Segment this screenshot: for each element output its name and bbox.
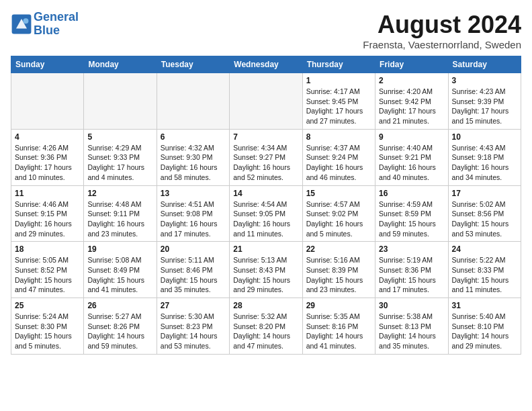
- day-detail: Sunrise: 5:35 AM Sunset: 8:16 PM Dayligh…: [306, 312, 371, 351]
- day-number: 4: [15, 132, 80, 142]
- svg-point-2: [23, 18, 28, 24]
- day-detail: Sunrise: 4:29 AM Sunset: 9:33 PM Dayligh…: [87, 143, 152, 183]
- day-of-week-header: Wednesday: [230, 56, 302, 73]
- day-of-week-header: Monday: [84, 56, 157, 73]
- calendar-week-row: 11Sunrise: 4:46 AM Sunset: 9:15 PM Dayli…: [11, 185, 521, 242]
- day-number: 10: [452, 132, 517, 142]
- day-detail: Sunrise: 5:32 AM Sunset: 8:20 PM Dayligh…: [233, 312, 298, 351]
- day-detail: Sunrise: 4:59 AM Sunset: 8:59 PM Dayligh…: [379, 199, 444, 239]
- day-detail: Sunrise: 4:43 AM Sunset: 9:18 PM Dayligh…: [452, 143, 517, 183]
- day-number: 29: [306, 301, 371, 310]
- logo-icon: [11, 13, 32, 35]
- day-detail: Sunrise: 4:34 AM Sunset: 9:27 PM Dayligh…: [233, 143, 298, 183]
- calendar-day-cell: 10Sunrise: 4:43 AM Sunset: 9:18 PM Dayli…: [448, 129, 521, 185]
- day-number: 1: [306, 76, 371, 85]
- day-detail: Sunrise: 4:20 AM Sunset: 9:42 PM Dayligh…: [379, 87, 444, 126]
- calendar-day-cell: [11, 73, 84, 130]
- calendar-day-cell: 28Sunrise: 5:32 AM Sunset: 8:20 PM Dayli…: [230, 298, 302, 355]
- day-detail: Sunrise: 5:16 AM Sunset: 8:39 PM Dayligh…: [306, 255, 371, 295]
- calendar-day-cell: 31Sunrise: 5:40 AM Sunset: 8:10 PM Dayli…: [448, 298, 521, 355]
- day-detail: Sunrise: 5:40 AM Sunset: 8:10 PM Dayligh…: [452, 312, 517, 351]
- day-number: 28: [233, 301, 298, 310]
- day-detail: Sunrise: 5:02 AM Sunset: 8:56 PM Dayligh…: [452, 199, 517, 239]
- day-detail: Sunrise: 4:57 AM Sunset: 9:02 PM Dayligh…: [306, 199, 371, 239]
- month-year: August 2024: [363, 11, 521, 39]
- calendar-day-cell: 20Sunrise: 5:11 AM Sunset: 8:46 PM Dayli…: [157, 242, 229, 298]
- day-detail: Sunrise: 4:46 AM Sunset: 9:15 PM Dayligh…: [15, 199, 80, 239]
- day-detail: Sunrise: 5:38 AM Sunset: 8:13 PM Dayligh…: [379, 312, 444, 351]
- day-detail: Sunrise: 5:30 AM Sunset: 8:23 PM Dayligh…: [161, 312, 226, 351]
- logo-line1: General: [34, 10, 79, 24]
- calendar-day-cell: 19Sunrise: 5:08 AM Sunset: 8:49 PM Dayli…: [84, 242, 157, 298]
- calendar-day-cell: 1Sunrise: 4:17 AM Sunset: 9:45 PM Daylig…: [302, 73, 375, 130]
- calendar-day-cell: 16Sunrise: 4:59 AM Sunset: 8:59 PM Dayli…: [375, 185, 448, 242]
- calendar-day-cell: [230, 73, 302, 130]
- day-detail: Sunrise: 4:54 AM Sunset: 9:05 PM Dayligh…: [233, 199, 298, 239]
- day-of-week-header: Sunday: [11, 56, 84, 73]
- day-number: 22: [306, 244, 371, 254]
- calendar-day-cell: 7Sunrise: 4:34 AM Sunset: 9:27 PM Daylig…: [230, 129, 302, 185]
- calendar-day-cell: 23Sunrise: 5:19 AM Sunset: 8:36 PM Dayli…: [375, 242, 448, 298]
- calendar-day-cell: 12Sunrise: 4:48 AM Sunset: 9:11 PM Dayli…: [84, 185, 157, 242]
- day-number: 23: [379, 244, 444, 254]
- day-detail: Sunrise: 5:24 AM Sunset: 8:30 PM Dayligh…: [15, 312, 80, 351]
- calendar-day-cell: 21Sunrise: 5:13 AM Sunset: 8:43 PM Dayli…: [230, 242, 302, 298]
- calendar-day-cell: 13Sunrise: 4:51 AM Sunset: 9:08 PM Dayli…: [157, 185, 229, 242]
- logo-line2: Blue: [34, 24, 60, 37]
- calendar-week-row: 1Sunrise: 4:17 AM Sunset: 9:45 PM Daylig…: [11, 73, 521, 130]
- calendar-day-cell: 27Sunrise: 5:30 AM Sunset: 8:23 PM Dayli…: [157, 298, 229, 355]
- day-detail: Sunrise: 4:51 AM Sunset: 9:08 PM Dayligh…: [161, 199, 226, 239]
- logo: General Blue: [11, 11, 79, 38]
- day-number: 26: [87, 301, 152, 310]
- calendar-day-cell: 30Sunrise: 5:38 AM Sunset: 8:13 PM Dayli…: [375, 298, 448, 355]
- day-detail: Sunrise: 5:08 AM Sunset: 8:49 PM Dayligh…: [87, 255, 152, 295]
- day-detail: Sunrise: 4:26 AM Sunset: 9:36 PM Dayligh…: [15, 143, 80, 183]
- day-number: 3: [452, 76, 517, 85]
- day-number: 16: [379, 189, 444, 198]
- title-area: August 2024 Fraensta, Vaesternorrland, S…: [363, 11, 521, 50]
- calendar-day-cell: [157, 73, 229, 130]
- day-detail: Sunrise: 4:23 AM Sunset: 9:39 PM Dayligh…: [452, 87, 517, 126]
- day-of-week-header: Tuesday: [157, 56, 229, 73]
- location: Fraensta, Vaesternorrland, Sweden: [363, 39, 521, 50]
- calendar-day-cell: 3Sunrise: 4:23 AM Sunset: 9:39 PM Daylig…: [448, 73, 521, 130]
- day-detail: Sunrise: 4:17 AM Sunset: 9:45 PM Dayligh…: [306, 87, 371, 126]
- day-detail: Sunrise: 5:11 AM Sunset: 8:46 PM Dayligh…: [161, 255, 226, 295]
- calendar-day-cell: 18Sunrise: 5:05 AM Sunset: 8:52 PM Dayli…: [11, 242, 84, 298]
- day-number: 11: [15, 189, 80, 198]
- calendar-week-row: 4Sunrise: 4:26 AM Sunset: 9:36 PM Daylig…: [11, 129, 521, 185]
- page-header: General Blue August 2024 Fraensta, Vaest…: [11, 11, 521, 50]
- day-number: 14: [233, 189, 298, 198]
- calendar-day-cell: 2Sunrise: 4:20 AM Sunset: 9:42 PM Daylig…: [375, 73, 448, 130]
- day-number: 7: [233, 132, 298, 142]
- calendar-day-cell: 24Sunrise: 5:22 AM Sunset: 8:33 PM Dayli…: [448, 242, 521, 298]
- calendar-table: SundayMondayTuesdayWednesdayThursdayFrid…: [11, 56, 521, 355]
- day-number: 17: [452, 189, 517, 198]
- day-number: 13: [161, 189, 226, 198]
- day-detail: Sunrise: 5:05 AM Sunset: 8:52 PM Dayligh…: [15, 255, 80, 295]
- day-number: 24: [452, 244, 517, 254]
- calendar-day-cell: 14Sunrise: 4:54 AM Sunset: 9:05 PM Dayli…: [230, 185, 302, 242]
- day-number: 20: [161, 244, 226, 254]
- calendar-day-cell: 17Sunrise: 5:02 AM Sunset: 8:56 PM Dayli…: [448, 185, 521, 242]
- day-of-week-header: Friday: [375, 56, 448, 73]
- day-number: 25: [15, 301, 80, 310]
- day-number: 15: [306, 189, 371, 198]
- day-detail: Sunrise: 5:19 AM Sunset: 8:36 PM Dayligh…: [379, 255, 444, 295]
- day-number: 18: [15, 244, 80, 254]
- calendar-day-cell: [84, 73, 157, 130]
- calendar-header-row: SundayMondayTuesdayWednesdayThursdayFrid…: [11, 56, 521, 73]
- calendar-day-cell: 26Sunrise: 5:27 AM Sunset: 8:26 PM Dayli…: [84, 298, 157, 355]
- calendar-day-cell: 9Sunrise: 4:40 AM Sunset: 9:21 PM Daylig…: [375, 129, 448, 185]
- calendar-week-row: 18Sunrise: 5:05 AM Sunset: 8:52 PM Dayli…: [11, 242, 521, 298]
- day-detail: Sunrise: 4:37 AM Sunset: 9:24 PM Dayligh…: [306, 143, 371, 183]
- day-number: 19: [87, 244, 152, 254]
- day-number: 31: [452, 301, 517, 310]
- calendar-day-cell: 8Sunrise: 4:37 AM Sunset: 9:24 PM Daylig…: [302, 129, 375, 185]
- day-number: 30: [379, 301, 444, 310]
- day-number: 8: [306, 132, 371, 142]
- calendar-day-cell: 29Sunrise: 5:35 AM Sunset: 8:16 PM Dayli…: [302, 298, 375, 355]
- day-number: 12: [87, 189, 152, 198]
- calendar-day-cell: 15Sunrise: 4:57 AM Sunset: 9:02 PM Dayli…: [302, 185, 375, 242]
- day-number: 9: [379, 132, 444, 142]
